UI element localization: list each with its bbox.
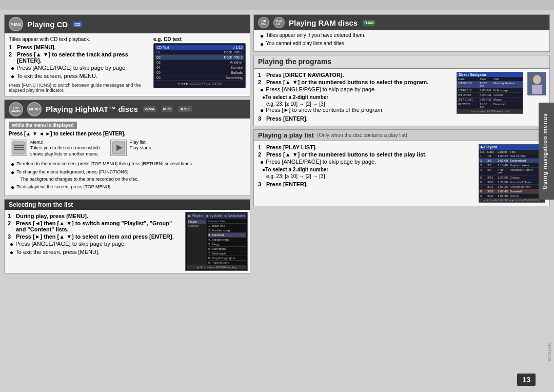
- playing-ram-title: Playing RAM discs: [289, 18, 358, 27]
- playing-programs-content: Direct Navigator Date Time Title 1/11/20…: [254, 69, 549, 126]
- pl-row-1: 1 1/1 1:00:24 Sea Orphan: [479, 154, 545, 159]
- pl-row-9: 9 3/30 1:06:30 Soccer: [479, 194, 545, 198]
- playing-cd-title: Playing CD: [27, 20, 68, 29]
- cd-step-1: 1 Press [MENU].: [9, 44, 149, 50]
- playing-programs-header: Playing the programs: [254, 55, 549, 69]
- while-menu-label: While the menu is displayed: [9, 122, 246, 129]
- screen-row: 04 Sunrise: [155, 65, 244, 70]
- menu-icon-label: MENU: [11, 23, 22, 26]
- prog-step-1: 1 Press [DIRECT NAVIGATOR].: [258, 72, 453, 78]
- prog-step-2: 2 Press [▲ ▼] or the numbered buttons to…: [258, 79, 453, 85]
- pl-row-5: 5 3/14 1:25:00 Classic: [479, 175, 545, 180]
- playing-ram-header: DIRNAV PLAYLIST Playing RAM discs RAM: [254, 15, 549, 30]
- pl-bullet-1: ● Press [ANGLE/PAGE] to skip page by pag…: [258, 159, 476, 166]
- sel-screen-body: Player Content Content title 1. Track on…: [187, 219, 246, 265]
- playing-highmat-content: While the menu is displayed Press [▲ ▼ ◄…: [5, 119, 250, 195]
- sel-screen-header: ▶ Playlist ◄ by Artist ►Next-listed: [187, 213, 246, 219]
- top-menu-icon: TOPMENU: [9, 102, 23, 116]
- pl-footer: ▲▼ to select ENTER ◄► to exit ANGLE ENTE…: [479, 198, 545, 202]
- sel-bullet-1: ● Press [ANGLE/PAGE] to skip page by pag…: [8, 241, 177, 248]
- menu-desc-text: Menu:Takes you to the next menu whichsho…: [30, 140, 100, 158]
- nav-menus-tab: Using navigation menus: [539, 103, 554, 200]
- ram-bullet-2: ● You cannot edit play lists and titles.: [258, 41, 545, 48]
- playlist-desc-text: Play list:Play starts.: [130, 140, 153, 151]
- page-container: MENU Playing CD CD e.g. CD text CD Text …: [0, 0, 554, 392]
- sel-step-2: 2 Press [◄] then [▲ ▼] to switch among "…: [8, 220, 177, 232]
- page-number: 13: [517, 374, 536, 386]
- sel-screen-footer: ▲▼ to select ENTER to play: [187, 265, 246, 269]
- content-area: MENU Playing CD CD e.g. CD text CD Text …: [0, 10, 554, 392]
- playing-highmat-title: Playing HighMAT™ discs: [46, 105, 138, 113]
- cd-screen-mock: CD Text ♪ 1/10 01 Track Title 1 02 Track…: [153, 43, 246, 88]
- program-portrait: [527, 72, 545, 95]
- svg-rect-2: [14, 147, 24, 148]
- playing-playlist-title: Playing a play list: [258, 131, 314, 139]
- svg-rect-3: [14, 149, 24, 150]
- sel-bullet-2: ● To exit the screen, press [MENU].: [8, 249, 177, 256]
- sel-step-1: 1 During play, press [MENU].: [8, 213, 177, 219]
- pl-row-3: 3 3/6 1:16:40 England extra: [479, 163, 545, 168]
- selecting-steps: 1 During play, press [MENU]. 2 Press [◄]…: [5, 210, 180, 273]
- left-column: MENU Playing CD CD e.g. CD text CD Text …: [4, 14, 250, 388]
- prog-bullet-1: ● Press [ANGLE/PAGE] to skip page by pag…: [258, 86, 453, 93]
- right-column: DIRNAV PLAYLIST Playing RAM discs RAM ● …: [253, 14, 550, 388]
- icon-desc-row: Menu:Takes you to the next menu whichsho…: [11, 140, 244, 158]
- selecting-content: 1 During play, press [MENU]. 2 Press [◄]…: [5, 210, 250, 273]
- playing-highmat-header: TOPMENU MENU Playing HighMAT™ discs WMA …: [5, 100, 250, 119]
- menu-icon-highmat: MENU: [27, 102, 42, 116]
- ram-badge: RAM: [363, 20, 375, 26]
- playing-cd-header: MENU Playing CD CD: [5, 15, 250, 33]
- screen-row: 01 Track Title 1: [155, 50, 244, 55]
- pl-row-8: 8 3/28 1:06:45 Baseball: [479, 189, 545, 194]
- highmat-bullet-3: ● To display/exit the screen, press [TOP…: [9, 184, 246, 191]
- top-bar: [0, 0, 554, 10]
- playing-programs-section: Playing the programs: [253, 55, 550, 126]
- screen-row: 03 Another: [155, 60, 244, 65]
- cd-badge: CD: [73, 22, 82, 27]
- pl-step-2: 2 Press [▲ ▼] or the numbered buttons to…: [258, 151, 476, 158]
- prog-press-icon: ● Press [►] to show the contents of the …: [258, 107, 453, 114]
- selecting-screen: ▶ Playlist ◄ by Artist ►Next-listed Play…: [185, 212, 248, 271]
- screen-footer: ◄◄ ▶▶ SELECT/PAGE ENTER: [155, 81, 244, 86]
- direct-nav-screen: Direct Navigator Date Time Title 1/11/20…: [457, 72, 523, 114]
- playlist-screen: ▶ Playlist No. Date Length Title 1 1/1 1…: [479, 144, 545, 203]
- pl-row-2: 2 3/1 1:02:00 Switzerland: [479, 159, 545, 163]
- playing-programs-title: Playing the programs: [258, 57, 331, 66]
- dnav-row-3: 2/1 20:03 5:20 PM Classic: [457, 93, 523, 97]
- pl-header: ▶ Playlist: [479, 145, 545, 150]
- screen-row: 02 Track Title 2: [155, 55, 244, 60]
- ram-bullet-1: ● Titles appear only if you have entered…: [258, 32, 545, 40]
- playing-playlist-header: Playing a play list (Only when the disc …: [254, 130, 549, 141]
- cd-step2-text: Press [▲ ▼] to select the track and pres…: [17, 51, 149, 64]
- direct-navigator-icon: DIRNAV: [258, 17, 269, 28]
- right-tab-label: Using navigation menus: [542, 113, 548, 189]
- playlist-square-icon: [110, 140, 127, 156]
- svg-rect-7: [532, 85, 542, 94]
- pl-step-3: 3 Press [ENTER].: [258, 181, 476, 187]
- playlist-icon-desc: Play list:Play starts.: [110, 140, 153, 158]
- wma-badge: WMA: [143, 106, 156, 112]
- dnav-header: Direct Navigator: [457, 72, 523, 77]
- selecting-screen-area: ▶ Playlist ◄ by Artist ►Next-listed Play…: [183, 210, 250, 273]
- playing-ram-section: DIRNAV PLAYLIST Playing RAM discs RAM ● …: [253, 14, 550, 52]
- eg-title: e.g. CD text: [153, 36, 246, 42]
- rot-code: ROT8218: [547, 343, 552, 361]
- screen-header: CD Text ♪ 1/10: [155, 45, 244, 50]
- svg-rect-1: [14, 145, 24, 146]
- cd-step1-text: Press [MENU].: [17, 44, 56, 50]
- cd-bullet-2: ● To exit the screen, press MENU.: [9, 73, 149, 80]
- jpeg-badge: JPEG: [178, 106, 192, 112]
- menu-icon: MENU: [9, 17, 23, 31]
- dnav-col-headers: Date Time Title: [457, 77, 523, 81]
- menu-square-icon: [11, 140, 27, 156]
- cd-step-2: 2 Press [▲ ▼] to select the track and pr…: [9, 51, 149, 64]
- selecting-header: Selecting from the list: [5, 200, 250, 210]
- playing-playlist-content: ▶ Playlist No. Date Length Title 1 1/1 1…: [254, 141, 549, 206]
- dnav-row-4: 3/17 20:03 9:00 PM Music: [457, 97, 523, 102]
- highmat-bullet-1: ● To return to the menu screen, press [T…: [9, 161, 246, 168]
- direct-nav-screen-area: Direct Navigator Date Time Title 1/11/20…: [457, 72, 523, 114]
- playing-highmat-section: TOPMENU MENU Playing HighMAT™ discs WMA …: [4, 100, 250, 196]
- playlist-screen-area: ▶ Playlist No. Date Length Title 1 1/1 1…: [479, 144, 545, 203]
- screen-row: 06 Something: [155, 75, 244, 81]
- playing-playlist-section: Playing a play list (Only when the disc …: [253, 129, 550, 206]
